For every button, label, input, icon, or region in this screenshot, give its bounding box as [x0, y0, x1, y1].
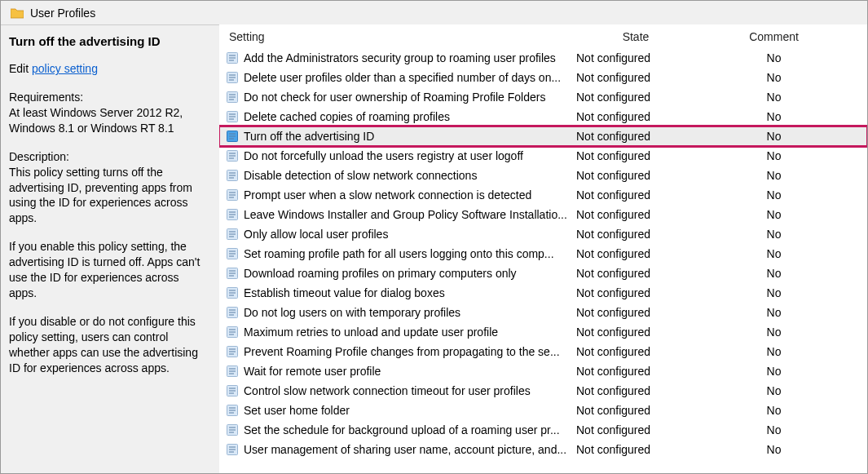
- cell-comment: No: [697, 149, 867, 162]
- policy-icon: [226, 404, 239, 417]
- setting-name: Delete cached copies of roaming profiles: [244, 110, 455, 123]
- cell-setting: Control slow network connection timeout …: [223, 384, 575, 397]
- cell-comment: No: [697, 423, 867, 436]
- cell-comment: No: [697, 247, 867, 260]
- description-label: Description:: [9, 149, 209, 165]
- settings-pane: Setting State Comment Add the Administra…: [219, 25, 867, 473]
- table-row[interactable]: Add the Administrators security group to…: [219, 48, 867, 68]
- cell-setting: Do not check for user ownership of Roami…: [223, 91, 575, 104]
- col-setting[interactable]: Setting: [223, 30, 575, 43]
- header-bar: User Profiles: [1, 1, 867, 25]
- setting-name: Prompt user when a slow network connecti…: [244, 188, 536, 202]
- cell-state: Not configured: [575, 149, 697, 162]
- col-comment[interactable]: Comment: [697, 30, 867, 43]
- description-p1: This policy setting turns off the advert…: [9, 165, 209, 227]
- main-area: Turn off the advertising ID Edit policy …: [1, 25, 867, 473]
- setting-name: Do not log users on with temporary profi…: [244, 306, 465, 319]
- table-row[interactable]: Establish timeout value for dialog boxes…: [219, 283, 867, 303]
- setting-name: Maximum retries to unload and update use…: [244, 326, 503, 339]
- cell-setting: Do not forcefully unload the users regis…: [223, 149, 575, 162]
- description-p3: If you disable or do not configure this …: [9, 314, 209, 376]
- details-pane: Turn off the advertising ID Edit policy …: [1, 25, 219, 473]
- column-headers[interactable]: Setting State Comment: [219, 25, 867, 48]
- setting-name: Add the Administrators security group to…: [244, 51, 561, 64]
- cell-setting: Set the schedule for background upload o…: [223, 423, 575, 436]
- cell-setting: Prompt user when a slow network connecti…: [223, 188, 575, 202]
- table-row[interactable]: Set user home folderNot configuredNo: [219, 401, 867, 420]
- policy-icon: [226, 247, 239, 260]
- cell-comment: No: [697, 404, 867, 417]
- cell-state: Not configured: [575, 384, 697, 397]
- policy-icon: [226, 443, 239, 456]
- table-row[interactable]: Turn off the advertising IDNot configure…: [219, 126, 867, 146]
- cell-state: Not configured: [575, 169, 697, 182]
- table-row[interactable]: Leave Windows Installer and Group Policy…: [219, 205, 867, 224]
- table-row[interactable]: Disable detection of slow network connec…: [219, 166, 867, 185]
- table-row[interactable]: Do not forcefully unload the users regis…: [219, 146, 867, 166]
- policy-icon: [226, 169, 239, 182]
- table-row[interactable]: Set roaming profile path for all users l…: [219, 244, 867, 264]
- setting-name: Set roaming profile path for all users l…: [244, 247, 559, 260]
- cell-setting: Do not log users on with temporary profi…: [223, 306, 575, 319]
- cell-setting: Turn off the advertising ID: [223, 130, 575, 143]
- cell-state: Not configured: [575, 188, 697, 202]
- cell-comment: No: [697, 169, 867, 182]
- edit-prefix: Edit: [9, 62, 32, 75]
- cell-comment: No: [697, 91, 867, 104]
- setting-name: User management of sharing user name, ac…: [244, 443, 571, 456]
- setting-name: Set user home folder: [244, 404, 355, 417]
- setting-name: Prevent Roaming Profile changes from pro…: [244, 345, 565, 358]
- cell-setting: Delete cached copies of roaming profiles: [223, 110, 575, 123]
- cell-state: Not configured: [575, 326, 697, 339]
- header-title: User Profiles: [30, 7, 95, 20]
- cell-setting: Disable detection of slow network connec…: [223, 169, 575, 182]
- cell-comment: No: [697, 267, 867, 280]
- table-row[interactable]: Control slow network connection timeout …: [219, 381, 867, 401]
- cell-comment: No: [697, 188, 867, 202]
- cell-comment: No: [697, 345, 867, 358]
- table-row[interactable]: Do not log users on with temporary profi…: [219, 303, 867, 322]
- cell-comment: No: [697, 228, 867, 241]
- policy-icon: [226, 208, 239, 221]
- policy-icon: [226, 365, 239, 378]
- table-row[interactable]: Delete cached copies of roaming profiles…: [219, 107, 867, 126]
- cell-comment: No: [697, 326, 867, 339]
- setting-name: Do not check for user ownership of Roami…: [244, 91, 550, 104]
- cell-setting: Maximum retries to unload and update use…: [223, 326, 575, 339]
- table-row[interactable]: Delete user profiles older than a specif…: [219, 68, 867, 87]
- policy-icon: [226, 130, 239, 143]
- col-state[interactable]: State: [575, 30, 697, 43]
- policy-icon: [226, 423, 239, 436]
- cell-state: Not configured: [575, 51, 697, 64]
- table-row[interactable]: Do not check for user ownership of Roami…: [219, 87, 867, 107]
- cell-comment: No: [697, 306, 867, 319]
- cell-state: Not configured: [575, 110, 697, 123]
- table-row[interactable]: Set the schedule for background upload o…: [219, 420, 867, 440]
- cell-state: Not configured: [575, 71, 697, 84]
- edit-policy-link[interactable]: policy setting: [32, 62, 98, 75]
- cell-setting: Only allow local user profiles: [223, 228, 575, 241]
- settings-list[interactable]: Add the Administrators security group to…: [219, 48, 867, 473]
- policy-icon: [226, 306, 239, 319]
- cell-state: Not configured: [575, 228, 697, 241]
- table-row[interactable]: Wait for remote user profileNot configur…: [219, 361, 867, 381]
- table-row[interactable]: User management of sharing user name, ac…: [219, 440, 867, 459]
- cell-setting: Delete user profiles older than a specif…: [223, 71, 575, 84]
- policy-icon: [226, 71, 239, 84]
- policy-icon: [226, 326, 239, 339]
- cell-state: Not configured: [575, 345, 697, 358]
- edit-line: Edit policy setting: [9, 61, 209, 77]
- cell-setting: Add the Administrators security group to…: [223, 51, 575, 64]
- table-row[interactable]: Prompt user when a slow network connecti…: [219, 185, 867, 205]
- table-row[interactable]: Maximum retries to unload and update use…: [219, 322, 867, 342]
- table-row[interactable]: Only allow local user profilesNot config…: [219, 224, 867, 244]
- cell-state: Not configured: [575, 423, 697, 436]
- table-row[interactable]: Download roaming profiles on primary com…: [219, 264, 867, 283]
- setting-name: Wait for remote user profile: [244, 365, 386, 378]
- cell-comment: No: [697, 110, 867, 123]
- cell-state: Not configured: [575, 267, 697, 280]
- cell-comment: No: [697, 286, 867, 299]
- description-block: Description: This policy setting turns o…: [9, 149, 209, 226]
- setting-name: Turn off the advertising ID: [244, 130, 379, 143]
- table-row[interactable]: Prevent Roaming Profile changes from pro…: [219, 342, 867, 361]
